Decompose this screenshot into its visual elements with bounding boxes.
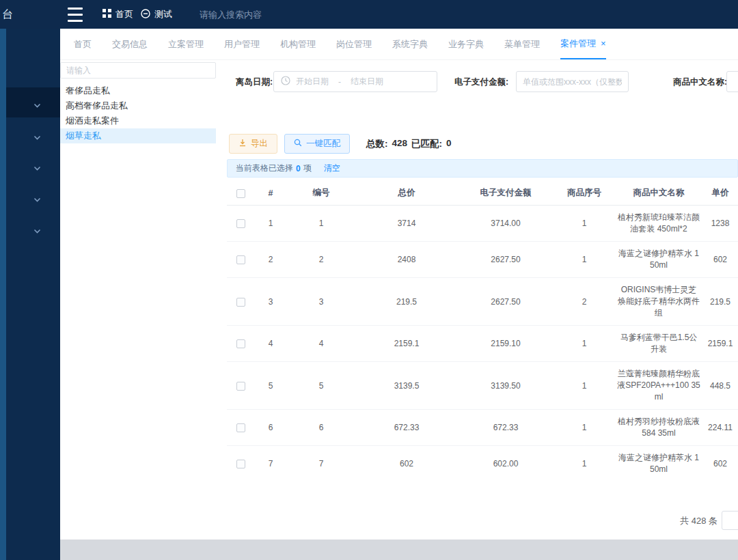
- date-start-placeholder[interactable]: 开始日期: [296, 76, 329, 87]
- cell-epay-amount: 2627.50: [458, 278, 554, 326]
- cell-product-seq: 1: [554, 326, 615, 362]
- chevron-down[interactable]: [33, 133, 42, 143]
- cell-code: 4: [287, 326, 355, 362]
- tab-岗位管理[interactable]: 岗位管理: [336, 29, 372, 59]
- clock-icon: [281, 76, 290, 87]
- tab-系统字典[interactable]: 系统字典: [392, 29, 428, 59]
- topbar-test-label: 测试: [154, 8, 172, 20]
- cell-epay-amount: 2627.50: [458, 242, 554, 278]
- table-row: 442159.12159.101马爹利蓝带干邑1.5公升装2159.1: [227, 326, 738, 362]
- row-checkbox[interactable]: [236, 423, 245, 432]
- date-filter-label: 离岛日期:: [236, 76, 273, 88]
- hamburger-menu-icon[interactable]: [68, 0, 83, 29]
- cell-product-name: 海蓝之谜修护精萃水 150ml: [615, 446, 702, 479]
- cell-epay-amount: 3714.00: [458, 206, 554, 242]
- category-search-input[interactable]: [60, 62, 216, 79]
- topbar-test[interactable]: 测试: [141, 0, 172, 29]
- cell-code: 5: [287, 362, 355, 410]
- row-checkbox-cell: [227, 446, 254, 479]
- tab-bar: 首页交易信息立案管理用户管理机构管理岗位管理系统字典业务字典菜单管理案件管理×: [60, 29, 738, 60]
- cell-index: 5: [254, 362, 287, 410]
- cell-product-seq: 1: [554, 446, 615, 479]
- export-button[interactable]: 导出: [229, 134, 277, 154]
- cell-unit-price: 219.5: [702, 278, 738, 326]
- tab-业务字典[interactable]: 业务字典: [448, 29, 484, 59]
- column-header: #: [254, 181, 287, 206]
- search-icon: [294, 139, 302, 149]
- pagination-control[interactable]: [722, 511, 738, 530]
- tab-案件管理[interactable]: 案件管理×: [560, 29, 606, 59]
- row-checkbox[interactable]: [236, 219, 245, 228]
- tab-label: 系统字典: [392, 38, 428, 51]
- tab-机构管理[interactable]: 机构管理: [280, 29, 316, 59]
- download-icon: [238, 139, 247, 149]
- category-item[interactable]: 烟草走私: [60, 128, 216, 143]
- export-button-label: 导出: [251, 138, 268, 150]
- product-name-text: ORIGINS韦博士灵芝焕能好底子精华水两件组: [617, 284, 700, 319]
- table-row: 553139.53139.501兰蔻菁纯臻颜精华粉底液SPF20PA+++100…: [227, 362, 738, 410]
- row-checkbox[interactable]: [236, 460, 245, 468]
- tab-交易信息[interactable]: 交易信息: [112, 29, 148, 59]
- row-checkbox-cell: [227, 326, 254, 362]
- row-checkbox[interactable]: [236, 298, 245, 307]
- cell-unit-price: 602: [702, 242, 738, 278]
- cell-product-seq: 1: [554, 242, 615, 278]
- cell-product-seq: 1: [554, 206, 615, 242]
- tab-label: 菜单管理: [504, 38, 540, 51]
- clear-selection-link[interactable]: 清空: [324, 163, 340, 174]
- cell-product-name: 植村秀新琥珀臻萃洁颜油套装 450ml*2: [615, 206, 702, 242]
- row-checkbox-cell: [227, 410, 254, 446]
- category-item[interactable]: 高档奢侈品走私: [60, 98, 216, 113]
- content-area: 首页交易信息立案管理用户管理机构管理岗位管理系统字典业务字典菜单管理案件管理× …: [60, 29, 738, 540]
- tab-label: 交易信息: [112, 38, 148, 51]
- product-name-text: 植村秀羽纱持妆粉底液 584 35ml: [617, 416, 700, 439]
- cell-code: 3: [287, 278, 355, 326]
- cell-total-price: 602: [355, 446, 458, 479]
- cell-product-name: 兰蔻菁纯臻颜精华粉底液SPF20PA+++100 35ml: [615, 362, 702, 410]
- tab-立案管理[interactable]: 立案管理: [168, 29, 204, 59]
- date-end-placeholder[interactable]: 结束日期: [351, 76, 383, 87]
- chevron-down[interactable]: [33, 164, 42, 173]
- date-range-picker[interactable]: 开始日期 - 结束日期: [273, 71, 437, 92]
- one-click-match-button[interactable]: 一键匹配: [284, 134, 350, 154]
- category-item[interactable]: 烟酒走私案件: [60, 113, 216, 128]
- table-body: 1137143714.001植村秀新琥珀臻萃洁颜油套装 450ml*212382…: [227, 206, 738, 479]
- row-checkbox[interactable]: [236, 339, 245, 348]
- main-panel: 离岛日期: 开始日期 - 结束日期 电子支付金额: 商品中文名称:: [227, 60, 738, 539]
- tab-用户管理[interactable]: 用户管理: [224, 29, 260, 59]
- app-logo: 台: [2, 8, 13, 22]
- row-checkbox[interactable]: [236, 382, 245, 391]
- cell-unit-price: 448.5: [702, 362, 738, 410]
- cell-total-price: 672.33: [355, 410, 458, 446]
- cell-code: 1: [287, 206, 355, 242]
- epay-amount-filter-input[interactable]: [516, 71, 629, 92]
- product-name-filter-input[interactable]: [726, 71, 738, 92]
- row-checkbox[interactable]: [236, 255, 245, 264]
- category-item[interactable]: 奢侈品走私: [60, 83, 216, 98]
- chevron-down[interactable]: [33, 227, 42, 236]
- category-list: 奢侈品走私高档奢侈品走私烟酒走私案件烟草走私: [60, 83, 227, 143]
- column-header: 商品序号: [554, 181, 615, 206]
- tab-close-icon[interactable]: ×: [601, 38, 606, 48]
- tab-菜单管理[interactable]: 菜单管理: [504, 29, 540, 59]
- tab-label: 岗位管理: [336, 38, 372, 51]
- topbar-home[interactable]: 首页: [102, 0, 133, 29]
- cell-code: 2: [287, 242, 355, 278]
- cell-total-price: 3714: [355, 206, 458, 242]
- cell-index: 3: [254, 278, 287, 326]
- toolbar: 导出 一键匹配 总数: 428 已匹配: 0: [229, 134, 452, 154]
- selection-count: 0: [296, 164, 301, 173]
- tab-label: 用户管理: [224, 38, 260, 51]
- column-header: 商品中文名称: [615, 181, 702, 206]
- topbar-home-label: 首页: [115, 8, 133, 20]
- sidebar-rail: [0, 0, 60, 560]
- cell-total-price: 2159.1: [355, 326, 458, 362]
- match-counts: 总数: 428 已匹配: 0: [366, 138, 452, 150]
- tab-首页[interactable]: 首页: [74, 29, 92, 59]
- chevron-down[interactable]: [33, 101, 42, 111]
- chevron-down[interactable]: [33, 195, 42, 205]
- global-search-input[interactable]: [200, 10, 329, 20]
- cell-epay-amount: 672.33: [458, 410, 554, 446]
- select-all-checkbox[interactable]: [236, 189, 245, 198]
- table-row: 2224082627.501海蓝之谜修护精萃水 150ml602: [227, 242, 738, 278]
